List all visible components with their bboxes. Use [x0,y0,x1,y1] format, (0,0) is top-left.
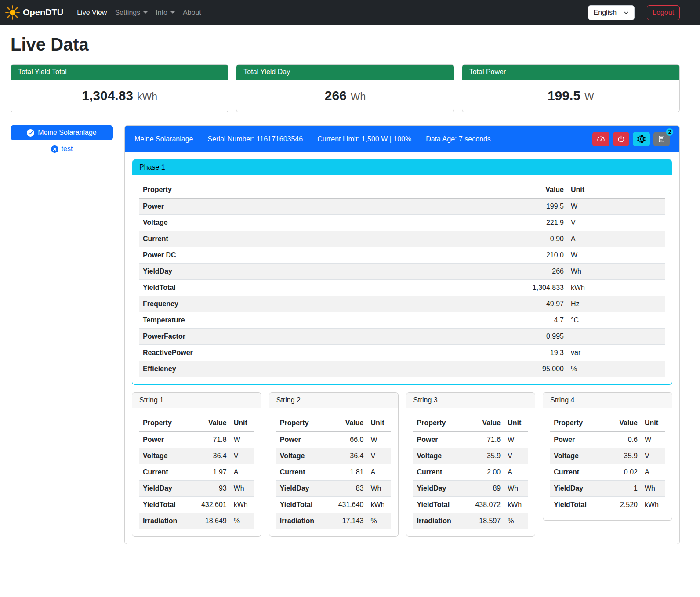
unit-cell: V [504,448,528,464]
card-value: 199.5 [548,88,580,103]
event-log-button[interactable]: 2 [653,132,670,146]
nav-item-info[interactable]: Info [152,5,179,20]
string-table-body: Power0.6WVoltage35.9VCurrent0.02AYieldDa… [550,431,665,513]
property-cell: YieldDay [413,481,467,497]
property-cell: Power [139,431,192,448]
card-value: 266 [325,88,347,103]
value-cell: 18.649 [192,513,230,529]
table-row: Power0.6W [550,431,665,448]
brand-logo[interactable]: OpenDTU [5,5,63,20]
unit-cell: % [230,513,254,529]
table-row: YieldDay83Wh [276,481,391,497]
unit-cell: % [567,361,665,377]
property-cell: Irradiation [276,513,330,529]
string-table: Property Value Unit Power0.6WVoltage35.9… [550,415,665,513]
property-cell: Temperature [139,312,515,329]
unit-cell: A [230,464,254,481]
property-cell: YieldDay [276,481,330,497]
card-unit: Wh [351,91,366,102]
unit-cell: A [641,464,665,481]
column-header-unit: Unit [567,182,665,198]
unit-cell: kWh [641,497,665,513]
cpu-icon [637,135,646,143]
table-row: YieldTotal432.601kWh [139,497,254,513]
table-header-row: Property Value Unit [139,182,665,198]
property-cell: YieldTotal [550,497,603,513]
power-settings-button[interactable] [613,132,629,146]
unit-cell [567,329,665,345]
inverter-panel-header: Meine Solaranlage Serial Number: 1161716… [125,126,679,152]
property-cell: Power [550,431,603,448]
nav-settings-label: Settings [115,9,140,17]
unit-cell: W [230,431,254,448]
table-row: Voltage35.9V [550,448,665,464]
column-header-value: Value [330,415,367,431]
nav-item-live-view[interactable]: Live View [73,5,111,20]
value-cell: 0.90 [515,231,567,247]
unit-cell: Wh [367,481,391,497]
page-title: Live Data [11,35,680,54]
journal-icon [658,135,665,143]
x-circle-icon [51,145,58,153]
string-card-title: String 1 [132,393,261,408]
event-count-badge: 2 [666,128,673,136]
string-table-body: Power71.6WVoltage35.9VCurrent2.00AYieldD… [413,431,528,529]
property-cell: Current [550,464,603,481]
value-cell: 4.7 [515,312,567,329]
string-table: Property Value Unit Power71.6WVoltage35.… [413,415,528,529]
value-cell: 0.02 [603,464,641,481]
property-cell: Voltage [550,448,603,464]
property-cell: YieldDay [550,481,603,497]
strings-row: String 1 Property Value Unit Power71.8WV… [132,392,672,537]
string-card: String 1 Property Value Unit Power71.8WV… [132,392,261,537]
limit-settings-button[interactable] [592,132,609,146]
power-icon [617,135,625,143]
top-navbar: OpenDTU Live View Settings Info About En… [0,0,700,25]
table-row: Power71.6W [413,431,528,448]
navbar-right: English Logout [588,5,680,20]
value-cell: 36.4 [192,448,230,464]
column-header-value: Value [466,415,504,431]
table-row: YieldDay93Wh [139,481,254,497]
value-cell: 66.0 [330,431,367,448]
unit-cell: % [504,513,528,529]
unit-cell: kWh [567,280,665,296]
value-cell: 1.81 [330,464,367,481]
check-circle-icon [27,129,34,137]
property-cell: Power [276,431,330,448]
card-value-area: 1,304.83kWh [11,80,228,112]
string-card: String 4 Property Value Unit Power0.6WVo… [543,392,672,521]
table-row: Temperature4.7°C [139,312,665,329]
table-row: Current2.00A [413,464,528,481]
inverter-sidebar: Meine Solaranlage test [11,125,113,153]
nav-item-settings[interactable]: Settings [111,5,152,20]
sidebar-item-meine-solaranlage[interactable]: Meine Solaranlage [11,125,113,140]
string-card-title: String 2 [269,393,398,408]
value-cell: 83 [330,481,367,497]
value-cell: 19.3 [515,345,567,361]
property-cell: Frequency [139,296,515,312]
unit-cell: W [367,431,391,448]
property-cell: Voltage [139,215,515,231]
language-select[interactable]: English [588,5,635,20]
table-header-row: Property Value Unit [413,415,528,431]
table-row: YieldTotal1,304.833kWh [139,280,665,296]
device-info-button[interactable] [633,132,650,146]
sidebar-item-label: test [62,145,73,153]
logout-button[interactable]: Logout [647,5,680,20]
string-table: Property Value Unit Power71.8WVoltage36.… [139,415,254,529]
sidebar-item-label: Meine Solaranlage [38,129,96,137]
unit-cell: A [504,464,528,481]
property-cell: PowerFactor [139,329,515,345]
sidebar-item-test[interactable]: test [11,145,113,153]
value-cell: 35.9 [466,448,504,464]
unit-cell: Wh [230,481,254,497]
value-cell: 1.97 [192,464,230,481]
value-cell: 93 [192,481,230,497]
table-row: YieldDay266Wh [139,264,665,280]
column-header-property: Property [139,415,192,431]
nav-item-about[interactable]: About [179,5,205,20]
table-row: PowerFactor0.995 [139,329,665,345]
string-card: String 3 Property Value Unit Power71.6WV… [406,392,536,537]
value-cell: 95.000 [515,361,567,377]
